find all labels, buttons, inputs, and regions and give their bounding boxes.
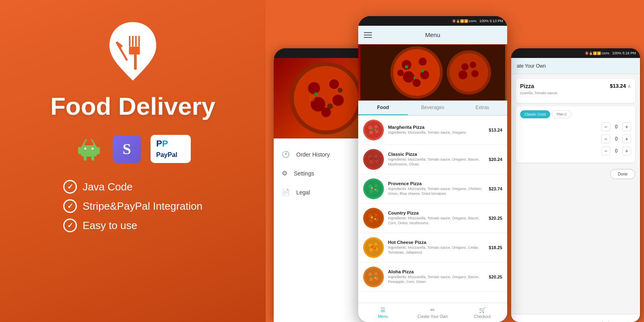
qty-plus-1[interactable]: + [622, 122, 631, 131]
svg-point-80 [374, 243, 378, 246]
svg-point-59 [370, 157, 372, 159]
svg-point-23 [309, 95, 315, 101]
svg-rect-9 [80, 145, 97, 157]
svg-point-34 [413, 79, 421, 87]
svg-point-35 [397, 70, 404, 76]
check-icon-stripe [63, 199, 77, 213]
menu-item-hotcheese[interactable]: Hot Cheese Pizza Ingredients: Mozzarella… [358, 233, 507, 262]
front-nav-checkout[interactable]: Checkout [576, 314, 640, 322]
svg-point-15 [92, 148, 94, 150]
svg-point-73 [369, 219, 373, 223]
mid-menu-list: Margherita Pizza Ingredients: Mozzarella… [358, 116, 507, 303]
menu-item-country[interactable]: Country Pizza Ingredients: Mozzarella, T… [358, 204, 507, 233]
stripe-icon: S [113, 135, 141, 163]
crust-thin[interactable]: Thin C [552, 110, 572, 118]
expand-icon[interactable]: ∧ [627, 83, 631, 89]
pizza-thumb-hotcheese [363, 237, 384, 258]
crust-classic[interactable]: Classic Crust [520, 110, 550, 118]
svg-point-17 [294, 66, 358, 130]
qty-row-1: − 0 + [520, 122, 631, 131]
svg-rect-10 [78, 147, 81, 154]
menu-item-aloha[interactable]: Aloha Pizza Ingredients: Mozzarella, Tom… [358, 262, 507, 292]
svg-point-65 [369, 189, 373, 193]
phones-container: 📶 🔋 [266, 0, 644, 322]
qty-plus-2[interactable]: + [622, 134, 631, 143]
menu-item-classic[interactable]: Classic Pizza Ingredients: Mozzarella, T… [358, 145, 507, 174]
front-bottom-nav: ate Your Own Checkout [511, 314, 640, 322]
hamburger-icon[interactable] [364, 32, 372, 38]
tab-extras[interactable]: Extras [458, 101, 507, 115]
android-icon [75, 134, 103, 164]
mid-header: Menu [358, 26, 507, 44]
svg-point-81 [369, 248, 373, 252]
nav-checkout[interactable]: 🛒 Checkout [458, 303, 507, 322]
svg-point-32 [403, 71, 414, 83]
svg-rect-1 [129, 36, 130, 47]
svg-rect-0 [134, 53, 137, 70]
svg-rect-2 [132, 36, 134, 47]
detail-pizza-name: Pizza [520, 83, 558, 89]
svg-point-36 [405, 65, 408, 68]
qty-minus-3[interactable]: − [601, 147, 610, 155]
done-button[interactable]: Done [610, 169, 635, 179]
svg-point-26 [314, 92, 318, 96]
svg-point-68 [374, 189, 376, 190]
create-nav-icon: ✏ [430, 307, 435, 313]
platform-icons: S PP PayPal [75, 134, 191, 164]
qty-minus-1[interactable]: − [601, 122, 610, 131]
svg-rect-4 [138, 36, 140, 47]
mid-screen: Menu [358, 26, 507, 322]
pizza-thumb-classic [363, 149, 384, 170]
paypal-icon: PP PayPal [151, 135, 191, 163]
svg-rect-13 [91, 155, 94, 161]
svg-point-24 [338, 88, 343, 93]
svg-point-56 [374, 155, 378, 158]
svg-point-51 [371, 128, 373, 129]
mid-status-bar: 🔇🔒📶📶100% 100% 5:13 PM [358, 16, 507, 26]
svg-point-40 [450, 53, 488, 92]
svg-point-43 [458, 70, 467, 79]
svg-point-83 [371, 246, 373, 248]
menu-item-provence[interactable]: Provence Pizza Ingredients: Mozzarella, … [358, 174, 507, 204]
svg-point-75 [371, 217, 373, 219]
svg-point-21 [332, 95, 344, 106]
svg-point-41 [461, 63, 469, 70]
svg-point-72 [374, 213, 378, 217]
check-icon-java [63, 180, 77, 194]
front-header: ate Your Own [511, 58, 640, 74]
svg-rect-12 [84, 155, 87, 161]
svg-point-60 [375, 159, 377, 160]
svg-rect-3 [135, 36, 137, 47]
menu-item-margherita[interactable]: Margherita Pizza Ingredients: Mozzarella… [358, 116, 507, 145]
qty-minus-2[interactable]: − [601, 134, 610, 143]
svg-point-76 [374, 218, 376, 220]
history-icon: 🕐 [282, 151, 290, 158]
tab-beverages[interactable]: Beverages [408, 101, 457, 115]
tab-food[interactable]: Food [358, 101, 408, 115]
front-status-bar: 🔇🔒📶📶100% 100% 5:16 PM [511, 48, 640, 58]
mid-header-title: Menu [425, 31, 440, 38]
svg-point-46 [365, 121, 382, 139]
detail-pizza-desc: zzarella, Tomato sauce, [520, 91, 558, 95]
svg-point-44 [471, 70, 479, 77]
svg-point-50 [375, 130, 378, 133]
svg-point-19 [329, 79, 339, 89]
nav-menu[interactable]: ☰ Menu [358, 303, 408, 322]
svg-point-38 [413, 76, 416, 79]
svg-point-88 [374, 272, 378, 275]
svg-point-86 [365, 268, 382, 286]
front-nav-create[interactable]: ate Your Own [511, 314, 576, 322]
pizza-thumb-country [363, 208, 384, 229]
mid-pizza-banner [358, 44, 507, 101]
pizza-thumb-margherita [363, 120, 384, 140]
svg-rect-11 [97, 147, 100, 154]
svg-point-37 [421, 69, 424, 72]
svg-point-78 [365, 239, 382, 256]
qty-row-2: − 0 + [520, 134, 631, 143]
qty-plus-3[interactable]: + [622, 147, 631, 155]
nav-create-your-own[interactable]: ✏ Create Your Own [408, 303, 457, 322]
check-icon-easy [63, 219, 77, 232]
svg-point-91 [371, 275, 373, 277]
qty-row-3: − 0 + [520, 147, 631, 155]
checkout-nav-icon: 🛒 [479, 307, 486, 313]
